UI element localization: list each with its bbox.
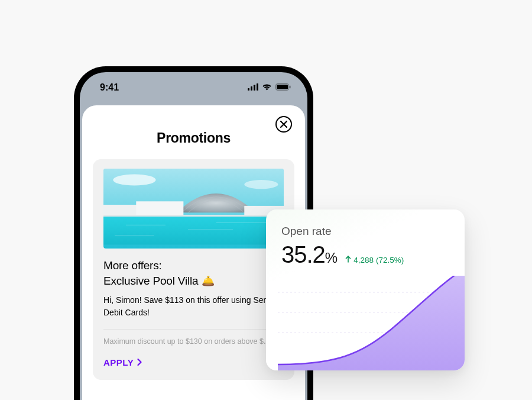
battery-icon — [275, 82, 291, 93]
close-icon — [275, 115, 293, 136]
promo-note: Maximum discount up to $130 on orders ab… — [103, 337, 284, 347]
page-title: Promotions — [93, 130, 294, 146]
chevron-right-icon — [137, 357, 142, 367]
open-rate-chart — [266, 276, 465, 370]
bell-icon: 🛎️ — [202, 275, 215, 287]
wifi-icon — [262, 82, 272, 93]
stat-delta: 4,288 (72.5%) — [345, 256, 404, 264]
divider — [103, 329, 284, 330]
svg-point-9 — [113, 175, 155, 186]
status-time: 9:41 — [100, 82, 119, 93]
stat-row: 35.2% 4,288 (72.5%) — [281, 241, 449, 268]
svg-rect-2 — [254, 85, 255, 91]
svg-rect-5 — [277, 85, 288, 89]
arrow-up-icon — [345, 256, 351, 264]
apply-button[interactable]: APPLY — [103, 357, 142, 367]
status-bar: 9:41 — [80, 72, 307, 103]
promo-image — [103, 169, 284, 249]
svg-rect-16 — [103, 217, 284, 245]
status-icons — [248, 82, 291, 93]
promo-body: Hi, Simon! Save $113 on this offer using… — [103, 294, 284, 318]
delta-count: 4,288 — [353, 256, 374, 264]
close-button[interactable] — [274, 116, 293, 135]
svg-point-10 — [244, 180, 278, 189]
svg-rect-1 — [251, 86, 252, 91]
svg-rect-0 — [248, 88, 249, 91]
signal-icon — [248, 82, 258, 93]
promo-heading-line2: Exclusive Pool Villa — [103, 275, 198, 287]
svg-rect-3 — [257, 83, 258, 91]
stat-unit: % — [325, 250, 337, 266]
promo-heading-line1: More offers: — [103, 259, 162, 272]
stat-label: Open rate — [281, 225, 449, 238]
stat-value: 35.2% — [281, 241, 337, 268]
svg-rect-6 — [290, 86, 291, 89]
stat-number: 35.2 — [281, 241, 325, 267]
delta-pct: (72.5%) — [376, 256, 404, 264]
open-rate-card: Open rate 35.2% 4,288 (72.5%) — [266, 209, 465, 370]
promo-card: More offers: Exclusive Pool Villa 🛎️ Hi,… — [93, 159, 294, 380]
promo-heading: More offers: Exclusive Pool Villa 🛎️ — [103, 258, 284, 288]
apply-label: APPLY — [103, 357, 134, 367]
svg-rect-12 — [136, 201, 183, 216]
